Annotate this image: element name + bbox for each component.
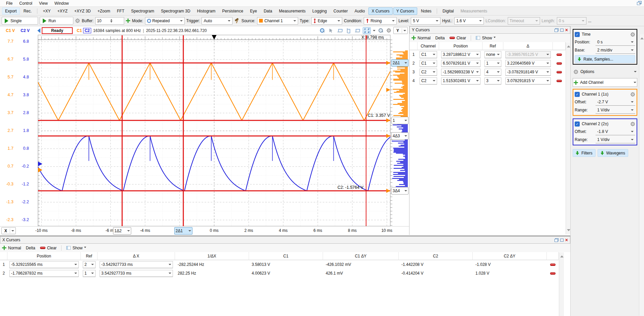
close-icon[interactable]: ×: [565, 238, 568, 242]
time-checkbox[interactable]: [575, 32, 580, 37]
tab-measurements[interactable]: Measurements: [458, 7, 490, 15]
x-axis-mode-button[interactable]: X: [1, 227, 16, 234]
tab-notes[interactable]: Notes: [418, 7, 434, 15]
remove-cursor-button[interactable]: [550, 272, 556, 275]
remove-cursor-button[interactable]: [557, 54, 562, 56]
close-icon[interactable]: ×: [565, 28, 568, 32]
menu-window[interactable]: Window: [51, 1, 72, 6]
options-dropdown[interactable]: Options: [573, 67, 637, 76]
type-dropdown[interactable]: Edge: [311, 17, 342, 25]
lcondition-dropdown[interactable]: Timeout: [508, 17, 540, 25]
hysteresis-dropdown[interactable]: 1.6 V: [454, 17, 484, 25]
single-button[interactable]: Single: [2, 17, 38, 25]
scroll-up-icon[interactable]: [567, 44, 570, 47]
ref-dropdown[interactable]: 4: [485, 69, 501, 76]
level-dropdown[interactable]: 5 V: [411, 17, 440, 25]
scroll-down-icon[interactable]: [567, 229, 570, 233]
delta-dropdown[interactable]: 3.078291815 V: [505, 77, 551, 84]
horizontal-measure-icon[interactable]: [336, 28, 343, 34]
channel-dropdown[interactable]: C2: [420, 69, 437, 76]
time-base-dropdown[interactable]: 2 ms/div: [596, 46, 635, 54]
tab-xyz[interactable]: +XYZ: [54, 7, 70, 15]
y-show-button[interactable]: Show: [476, 36, 496, 40]
run-button[interactable]: Run: [40, 17, 73, 25]
tab-eye[interactable]: Eye: [247, 7, 260, 15]
channel2-checkbox[interactable]: [575, 121, 580, 127]
panel-minimize-button[interactable]: -: [639, 1, 641, 6]
menu-file[interactable]: File: [3, 1, 16, 6]
wavegens-button[interactable]: Wavegens: [598, 149, 628, 157]
spin-up-icon[interactable]: [110, 18, 112, 21]
y-cursor-marker-1[interactable]: 1: [391, 117, 408, 124]
channel1-offset-dropdown[interactable]: -2.7 V: [596, 98, 635, 106]
add-channel-button[interactable]: Add Channel: [573, 78, 637, 87]
time-position-dropdown[interactable]: 0 s: [596, 38, 635, 46]
tab-spectrogram[interactable]: Spectrogram: [128, 7, 157, 15]
gear-icon[interactable]: [75, 18, 80, 23]
x-clear-button[interactable]: Clear: [40, 246, 57, 250]
tab-zoom[interactable]: +Zoom: [95, 7, 113, 15]
position-dropdown[interactable]: 1.515302491 V: [441, 77, 480, 84]
delta-x-dropdown[interactable]: 3.542927733 ms: [100, 270, 173, 277]
tab-fft[interactable]: FFT: [114, 7, 127, 15]
c1-badge[interactable]: C1: [77, 28, 82, 33]
plot-settings-gear-icon[interactable]: [386, 28, 391, 33]
position-dropdown[interactable]: -1.5629893238 V: [441, 69, 480, 76]
x-normal-button[interactable]: Normal: [2, 246, 21, 250]
channel-dropdown[interactable]: C1: [420, 51, 437, 58]
channel2-offset-dropdown[interactable]: -1.8 V: [596, 128, 635, 135]
position-dropdown[interactable]: 3.287188612 V: [441, 51, 480, 58]
trigger-settings-icon[interactable]: [234, 18, 240, 24]
tab-measurements[interactable]: Measurements: [276, 7, 309, 15]
ref-dropdown[interactable]: none: [485, 51, 501, 58]
delta-dropdown[interactable]: 3.220640569 V: [505, 60, 551, 67]
menu-view[interactable]: View: [36, 1, 51, 6]
trigger-dropdown[interactable]: Auto: [202, 17, 232, 25]
y-normal-button[interactable]: Normal: [412, 36, 431, 40]
pointer-tool-icon[interactable]: [328, 28, 334, 34]
position-dropdown[interactable]: 6.507829181 V: [441, 60, 480, 67]
scroll-up-icon[interactable]: [560, 254, 564, 257]
remove-cursor-button[interactable]: [550, 264, 556, 266]
tab-data[interactable]: Data: [261, 7, 275, 15]
tab-rec[interactable]: Rec.: [21, 7, 35, 15]
tab-logging[interactable]: Logging: [309, 7, 330, 15]
source-dropdown[interactable]: Channel 1: [257, 17, 298, 25]
ref-dropdown[interactable]: 1: [485, 60, 501, 67]
y-cursor-marker-3-4[interactable]: 3Δ4: [391, 187, 408, 195]
x-cursor-marker-1-2[interactable]: 1Δ2: [113, 227, 131, 235]
condition-dropdown[interactable]: Rising: [364, 17, 397, 25]
tab-histogram[interactable]: Histogram: [194, 7, 219, 15]
channel-grid-button[interactable]: 1234: [363, 27, 371, 34]
c2-badge[interactable]: C2: [83, 28, 91, 33]
vertical-measure-icon[interactable]: [345, 28, 352, 34]
edge-measure-icon[interactable]: [354, 28, 361, 34]
x-cursors-scrollbar[interactable]: [559, 252, 564, 316]
tab-persistence[interactable]: Persistence: [219, 7, 246, 15]
y-cursor-marker-4-3[interactable]: 4Δ3: [391, 132, 408, 140]
y-cursors-scrollbar[interactable]: [566, 42, 571, 234]
tab-digital[interactable]: Digital: [439, 7, 457, 15]
channel1-checkbox[interactable]: [575, 92, 580, 97]
x-show-button[interactable]: Show: [66, 246, 86, 250]
cascade-icon[interactable]: [554, 28, 559, 32]
buffer-spinner[interactable]: 10: [95, 17, 124, 25]
spin-down-icon[interactable]: [110, 21, 112, 24]
more-options-button[interactable]: ...: [588, 19, 592, 23]
waveform-plot[interactable]: X: 8.798 msC1: 3.357 VC2: -1.5764 V 7.76…: [0, 35, 409, 226]
length-dropdown[interactable]: 0 s: [557, 17, 586, 25]
mode-dropdown[interactable]: Repeated: [145, 17, 185, 25]
tab-xyz-3d[interactable]: +XYZ 3D: [71, 7, 94, 15]
y-clear-button[interactable]: Clear: [450, 36, 466, 40]
tab-x-cursors[interactable]: X Cursors: [368, 7, 392, 15]
x-cursor-marker-2-1[interactable]: 2Δ1: [174, 227, 192, 235]
chevron-down-icon[interactable]: [373, 30, 375, 33]
rate-samples-button[interactable]: Rate, Samples...: [575, 55, 635, 63]
ref-dropdown[interactable]: 3: [485, 77, 501, 84]
cascade-icon[interactable]: [554, 238, 559, 242]
maximize-icon[interactable]: [560, 29, 564, 32]
ref-dropdown[interactable]: 2: [83, 261, 96, 268]
y-cursor-marker-2-1[interactable]: 2Δ1: [391, 59, 408, 67]
add-icon[interactable]: [126, 19, 130, 23]
collapse-left-icon[interactable]: [35, 28, 40, 33]
